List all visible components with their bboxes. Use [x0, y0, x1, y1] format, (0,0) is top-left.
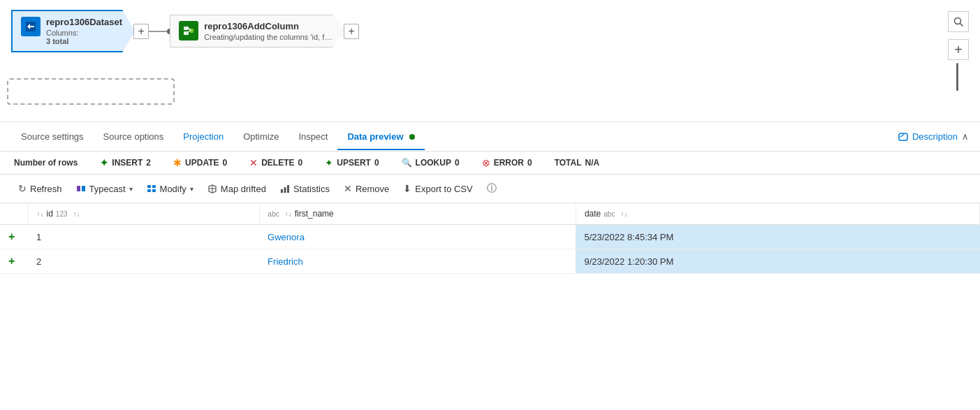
stat-error: ⊗ ERROR 0 [482, 157, 532, 168]
modify-chevron-icon: ▾ [190, 185, 193, 193]
description-chevron-icon: ∧ [962, 131, 969, 142]
svg-rect-7 [77, 186, 80, 191]
stat-delete: ✕ DELETE 0 [249, 157, 302, 168]
table-row: +2Friedrich9/23/2022 1:20:30 PM [0, 249, 980, 274]
canvas-divider [956, 63, 958, 91]
modify-button[interactable]: Modify ▾ [140, 180, 200, 198]
tab-source-settings[interactable]: Source settings [11, 124, 94, 150]
description-icon [898, 132, 908, 142]
svg-rect-10 [152, 185, 156, 188]
sort-icon[interactable]: ↑↓ [37, 210, 44, 218]
tab-source-options[interactable]: Source options [94, 124, 174, 150]
update-icon: ✱ [173, 157, 182, 168]
stat-lookup: 🔍 LOOKUP 0 [402, 158, 460, 168]
modify-icon [147, 184, 156, 193]
refresh-icon: ↻ [18, 183, 27, 194]
source-node-box[interactable]: repro1306Dataset Columns: 3 total [11, 10, 135, 52]
connector [149, 31, 170, 32]
transform-node-box[interactable]: repro1306AddColumn Creating/updating the… [170, 15, 345, 47]
stats-row: Number of rows ✦ INSERT 2 ✱ UPDATE 0 ✕ D… [0, 152, 980, 175]
source-node-subtitle: Columns: 3 total [46, 29, 122, 45]
statistics-button[interactable]: Statistics [273, 180, 337, 198]
table-header-row: ↑↓ id 123 ↑↓ abc ↑↓ first_name date [0, 203, 980, 225]
table-body: +1Gwenora5/23/2022 8:45:34 PM+2Friedrich… [0, 225, 980, 274]
lookup-icon: 🔍 [402, 158, 412, 168]
svg-rect-8 [82, 186, 85, 191]
connector-line [149, 31, 170, 32]
row-first-name-cell: Gwenora [259, 225, 576, 249]
export-icon: ⬇ [403, 183, 411, 194]
tab-inspect[interactable]: Inspect [288, 124, 337, 150]
row-id-cell: 1 [28, 225, 259, 249]
pipeline-area: repro1306Dataset Columns: 3 total + [0, 0, 980, 122]
add-canvas-button[interactable]: + [948, 39, 969, 60]
svg-rect-9 [147, 185, 151, 188]
row-date-cell: 5/23/2022 8:45:34 PM [576, 225, 979, 249]
svg-line-5 [960, 24, 963, 27]
row-add-icon[interactable]: + [8, 230, 15, 242]
col-header-first-name[interactable]: abc ↑↓ first_name [259, 203, 576, 225]
tabs-bar: Source settings Source options Projectio… [0, 122, 980, 152]
id-sort-icon[interactable]: ↑↓ [73, 210, 80, 218]
map-drifted-icon [207, 184, 217, 193]
info-button[interactable]: ⓘ [480, 179, 504, 198]
source-node-info: repro1306Dataset Columns: 3 total [46, 17, 122, 45]
row-first-name-cell: Friedrich [259, 249, 576, 274]
export-csv-button[interactable]: ⬇ Export to CSV [396, 180, 479, 198]
refresh-button[interactable]: ↻ Refresh [11, 180, 69, 198]
add-source-button[interactable]: + [133, 24, 149, 39]
source-node-title: repro1306Dataset [46, 17, 122, 27]
stat-update: ✱ UPDATE 0 [173, 157, 227, 168]
toolbar: ↻ Refresh Typecast ▾ Modify ▾ Map drifte… [0, 175, 980, 203]
stat-upsert: ✦ UPSERT 0 [325, 157, 379, 168]
remove-icon: ✕ [344, 183, 352, 194]
error-icon: ⊗ [482, 157, 490, 168]
row-add-icon[interactable]: + [8, 255, 15, 267]
data-table-area: ↑↓ id 123 ↑↓ abc ↑↓ first_name date [0, 203, 980, 274]
statistics-icon [280, 184, 290, 193]
tab-projection[interactable]: Projection [173, 124, 233, 150]
description-button[interactable]: Description ∧ [898, 131, 969, 142]
dashed-selection-box [7, 78, 175, 105]
typecast-icon [76, 184, 86, 193]
insert-icon: ✦ [100, 157, 108, 168]
svg-rect-14 [284, 187, 286, 193]
source-node[interactable]: repro1306Dataset Columns: 3 total [11, 10, 135, 52]
tab-data-preview[interactable]: Data preview [337, 124, 425, 150]
svg-rect-13 [281, 189, 283, 193]
svg-rect-2 [184, 31, 189, 35]
col-header-id[interactable]: ↑↓ id 123 ↑↓ [28, 203, 259, 225]
add-transform-button[interactable]: + [344, 24, 359, 39]
transform-node-icon [179, 21, 198, 41]
upsert-icon: ✦ [325, 157, 333, 168]
first-name-sort-icon[interactable]: ↑↓ [285, 210, 292, 218]
pipeline-nodes: repro1306Dataset Columns: 3 total + [11, 10, 969, 52]
col-header-date[interactable]: date abc ↑↓ [576, 203, 979, 225]
transform-node[interactable]: repro1306AddColumn Creating/updating the… [170, 15, 345, 47]
transform-node-description: Creating/updating the columns 'id, first… [204, 33, 333, 41]
search-button[interactable] [948, 11, 969, 32]
data-preview-status-dot [409, 134, 415, 140]
tab-optimize[interactable]: Optimize [233, 124, 288, 150]
date-sort-icon[interactable]: ↑↓ [620, 210, 627, 218]
svg-rect-1 [184, 27, 189, 30]
stat-number-of-rows: Number of rows [14, 158, 78, 168]
col-header-action [0, 203, 28, 225]
transform-node-info: repro1306AddColumn Creating/updating the… [204, 21, 333, 41]
svg-rect-11 [147, 189, 151, 192]
remove-button[interactable]: ✕ Remove [337, 180, 396, 198]
row-id-cell: 2 [28, 249, 259, 274]
row-action-cell[interactable]: + [0, 249, 28, 274]
map-drifted-button[interactable]: Map drifted [200, 180, 273, 198]
row-date-cell: 9/23/2022 1:20:30 PM [576, 249, 979, 274]
row-action-cell[interactable]: + [0, 225, 28, 249]
svg-rect-15 [287, 185, 289, 193]
data-table: ↑↓ id 123 ↑↓ abc ↑↓ first_name date [0, 203, 980, 274]
delete-icon: ✕ [249, 157, 258, 168]
typecast-button[interactable]: Typecast ▾ [69, 180, 140, 198]
svg-rect-12 [152, 189, 156, 192]
stat-total: TOTAL N/A [555, 158, 600, 168]
stat-insert: ✦ INSERT 2 [100, 157, 151, 168]
source-node-icon [21, 17, 41, 36]
typecast-chevron-icon: ▾ [129, 185, 133, 193]
